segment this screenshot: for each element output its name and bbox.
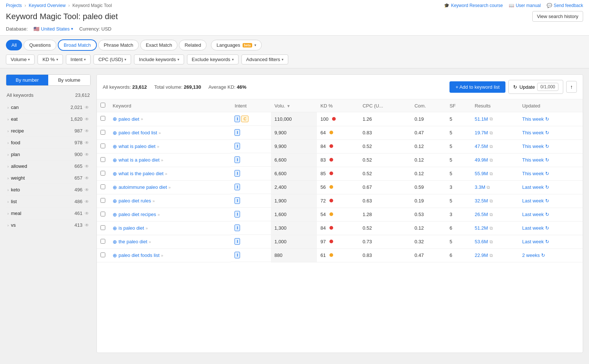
list-item[interactable]: › plan 900 👁 — [6, 149, 91, 160]
refresh-icon[interactable]: ↻ — [545, 130, 549, 135]
eye-icon[interactable]: 👁 — [85, 152, 89, 157]
languages-button[interactable]: Languages beta ▾ — [211, 40, 262, 50]
export-button[interactable]: ↑ — [566, 81, 577, 93]
row-checkbox[interactable] — [100, 252, 105, 257]
refresh-icon[interactable]: ↻ — [545, 144, 549, 149]
list-item[interactable]: › weight 657 👁 — [6, 172, 91, 184]
results-link[interactable]: 51.1M ⧉ — [475, 116, 515, 122]
row-checkbox[interactable] — [100, 171, 105, 176]
refresh-icon[interactable]: ↻ — [545, 212, 549, 217]
list-item[interactable]: › list 486 👁 — [6, 196, 91, 208]
keyword-link[interactable]: ⊕ what is a paleo diet » — [113, 157, 227, 163]
list-item[interactable]: › recipe 987 👁 — [6, 125, 91, 137]
refresh-icon[interactable]: ↻ — [545, 225, 549, 231]
eye-icon[interactable]: 👁 — [85, 140, 89, 145]
row-checkbox[interactable] — [100, 144, 105, 148]
row-checkbox[interactable] — [100, 225, 105, 230]
include-keywords-filter[interactable]: Include keywords ▾ — [134, 54, 184, 64]
tab-exact-match[interactable]: Exact Match — [140, 40, 178, 50]
eye-icon[interactable]: 👁 — [85, 105, 89, 110]
tab-phrase-match[interactable]: Phrase Match — [98, 40, 139, 50]
kd-cell: 56 — [317, 180, 359, 194]
select-all-checkbox[interactable] — [100, 103, 105, 107]
row-checkbox[interactable] — [100, 130, 105, 135]
keyword-link[interactable]: ⊕ paleo diet recipes » — [113, 212, 227, 218]
tab-all[interactable]: All — [6, 40, 22, 50]
keyword-link[interactable]: ⊕ what is the paleo diet » — [113, 171, 227, 177]
refresh-icon[interactable]: ↻ — [545, 171, 549, 176]
th-volume[interactable]: Volu. ▼ — [271, 99, 317, 112]
results-link[interactable]: 55.9M ⧉ — [475, 171, 515, 176]
cpc-filter[interactable]: CPC (USD) ▾ — [94, 54, 131, 64]
refresh-icon[interactable]: ↻ — [545, 184, 549, 190]
list-item[interactable]: › allowed 665 👁 — [6, 160, 91, 172]
keyword-link[interactable]: ⊕ the paleo diet » — [113, 239, 227, 245]
updated-text: This week ↻ — [522, 157, 579, 163]
keyword-research-course-link[interactable]: 🎓 Keyword Research course — [444, 3, 503, 8]
keyword-link[interactable]: ⊕ is paleo diet » — [113, 225, 227, 231]
by-number-button[interactable]: By number — [6, 75, 48, 85]
view-history-button[interactable]: View search history — [532, 11, 583, 22]
list-item[interactable]: › keto 496 👁 — [6, 184, 91, 196]
eye-icon[interactable]: 👁 — [85, 199, 89, 204]
kd-filter[interactable]: KD % ▾ — [38, 54, 63, 64]
results-link[interactable]: 3.3M ⧉ — [475, 184, 515, 190]
eye-icon[interactable]: 👁 — [85, 176, 89, 181]
send-feedback-link[interactable]: 💬 Send feedback — [547, 3, 583, 8]
results-link[interactable]: 47.5M ⧉ — [475, 144, 515, 149]
results-link[interactable]: 19.7M ⧉ — [475, 130, 515, 135]
list-item[interactable]: › meal 461 👁 — [6, 208, 91, 219]
eye-icon[interactable]: 👁 — [85, 128, 89, 134]
update-button[interactable]: ↻ Update 0/1,000 — [508, 80, 563, 94]
intent-filter[interactable]: Intent ▾ — [66, 54, 91, 64]
results-link[interactable]: 51.2M ⧉ — [475, 225, 515, 231]
refresh-icon[interactable]: ↻ — [545, 157, 549, 163]
eye-icon[interactable]: 👁 — [85, 164, 89, 169]
row-checkbox[interactable] — [100, 184, 105, 189]
tab-questions[interactable]: Questions — [24, 40, 56, 50]
eye-icon[interactable]: 👁 — [85, 187, 89, 192]
keyword-link[interactable]: ⊕ what is paleo diet » — [113, 144, 227, 149]
exclude-keywords-filter[interactable]: Exclude keywords ▾ — [187, 54, 239, 64]
database-country-link[interactable]: 🇺🇸 United States ▾ — [33, 26, 73, 32]
breadcrumb-keyword-overview[interactable]: Keyword Overview — [29, 3, 66, 8]
keyword-link[interactable]: ⊕ autoimmune paleo diet » — [113, 184, 227, 190]
by-volume-button[interactable]: By volume — [48, 75, 90, 85]
keyword-cell: ⊕ paleo diet rules » — [109, 194, 231, 208]
chevron-right-icon: › — [7, 152, 9, 157]
com-cell: 0.47 — [411, 248, 446, 262]
keyword-link[interactable]: ⊕ paleo diet food list » — [113, 130, 227, 136]
results-link[interactable]: 22.9M ⧉ — [475, 252, 515, 258]
row-checkbox[interactable] — [100, 239, 105, 244]
eye-icon[interactable]: 👁 — [85, 117, 89, 122]
tab-broad-match[interactable]: Broad Match — [58, 39, 97, 51]
list-item[interactable]: › can 2,021 👁 — [6, 102, 91, 113]
refresh-icon[interactable]: ↻ — [545, 198, 549, 204]
row-checkbox[interactable] — [100, 157, 105, 162]
results-link[interactable]: 49.9M ⧉ — [475, 157, 515, 163]
list-item[interactable]: › food 978 👁 — [6, 137, 91, 149]
results-link[interactable]: 53.6M ⧉ — [475, 239, 515, 244]
keyword-link[interactable]: ⊕ paleo diet foods list » — [113, 252, 227, 258]
breadcrumb-projects[interactable]: Projects — [6, 3, 22, 8]
eye-icon[interactable]: 👁 — [85, 223, 89, 228]
refresh-icon[interactable]: ↻ — [541, 252, 545, 258]
row-checkbox[interactable] — [100, 212, 105, 216]
list-item[interactable]: › eat 1,620 👁 — [6, 113, 91, 125]
com-cell: 0.12 — [411, 153, 446, 167]
row-checkbox[interactable] — [100, 116, 105, 121]
tab-related[interactable]: Related — [179, 40, 207, 50]
volume-filter[interactable]: Volume ▾ — [6, 54, 35, 64]
add-to-keyword-list-button[interactable]: + Add to keyword list — [449, 81, 505, 93]
user-manual-link[interactable]: 📖 User manual — [509, 3, 541, 8]
row-checkbox[interactable] — [100, 198, 105, 203]
refresh-icon[interactable]: ↻ — [545, 239, 549, 244]
advanced-filters-filter[interactable]: Advanced filters ▾ — [241, 54, 289, 64]
results-link[interactable]: 26.5M ⧉ — [475, 212, 515, 217]
list-item[interactable]: › vs 413 👁 — [6, 219, 91, 231]
eye-icon[interactable]: 👁 — [85, 211, 89, 216]
results-link[interactable]: 32.5M ⧉ — [475, 198, 515, 204]
keyword-link[interactable]: ⊕ paleo diet » — [113, 116, 227, 122]
refresh-icon[interactable]: ↻ — [545, 116, 549, 122]
keyword-link[interactable]: ⊕ paleo diet rules » — [113, 198, 227, 204]
